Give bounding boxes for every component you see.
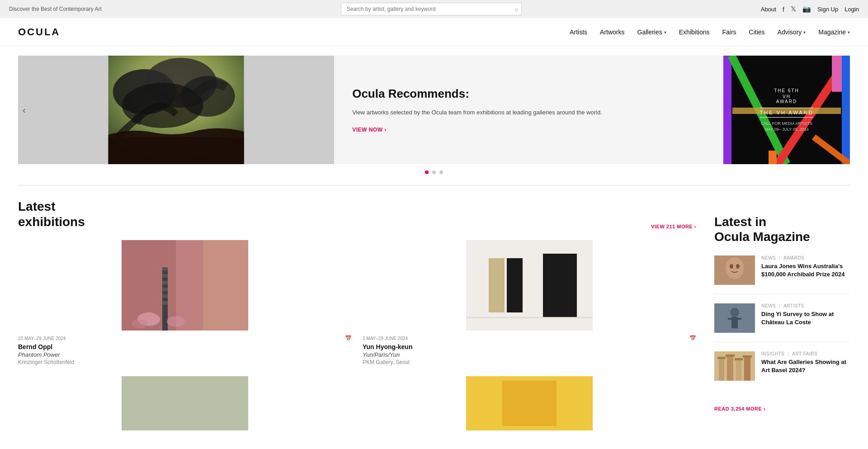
painting-artwork — [18, 56, 334, 164]
vh-the-6th: THE 6TH — [760, 88, 814, 93]
magazine-item-1[interactable]: NEWS | AWARDS Laura Jones Wins Australia… — [714, 255, 850, 294]
dot-2[interactable] — [432, 170, 436, 174]
nav-exhibitions[interactable]: Exhibitions — [679, 28, 710, 36]
vh-dates: MAY 09– JULY 05, 2024 — [760, 127, 814, 132]
bottom-cards — [18, 376, 696, 430]
vh-vh: VH — [760, 94, 814, 99]
svg-rect-23 — [162, 301, 168, 305]
svg-rect-29 — [507, 258, 523, 312]
dot-1[interactable] — [425, 170, 429, 174]
svg-rect-20 — [162, 281, 168, 284]
card-show-1: Phantom Power — [18, 351, 352, 358]
svg-rect-52 — [735, 358, 743, 360]
mag-thumb-2 — [714, 303, 755, 333]
slide-cta-link[interactable]: VIEW NOW › — [352, 127, 705, 133]
nav-fairs[interactable]: Fairs — [722, 28, 736, 36]
card-artist-2: Yun Hyong-keun — [363, 343, 696, 350]
svg-rect-6 — [723, 56, 731, 164]
svg-point-25 — [167, 316, 185, 327]
svg-rect-11 — [832, 56, 842, 92]
about-link[interactable]: About — [761, 6, 776, 13]
read-more-link[interactable]: READ 3,254 MORE › — [714, 406, 765, 411]
card-image-2 — [363, 240, 696, 331]
exhibitions-section: Latest exhibitions VIEW 211 MORE › — [18, 199, 696, 430]
nav-galleries[interactable]: Galleries ▾ — [637, 28, 666, 36]
vh-award-banner[interactable]: THE 6TH VH AWARD THE VH AWARD CALL FOR M… — [723, 56, 850, 164]
svg-rect-48 — [736, 359, 741, 381]
mag-headline-3: What Are Galleries Showing at Art Basel … — [761, 358, 850, 374]
svg-rect-44 — [737, 318, 741, 320]
facebook-icon[interactable]: f — [783, 5, 784, 13]
main-content: Latest exhibitions VIEW 211 MORE › — [0, 199, 868, 430]
svg-rect-53 — [743, 355, 752, 358]
view-more-exhibitions-link[interactable]: VIEW 211 MORE › — [651, 224, 696, 229]
calendar-icon-2: 📅 — [689, 335, 696, 341]
card-artwork-2 — [363, 240, 696, 331]
logo[interactable]: OCULA — [18, 26, 60, 38]
svg-rect-33 — [122, 376, 248, 430]
mag-tags-1: NEWS | AWARDS — [761, 255, 850, 260]
mag-content-2: NEWS | ARTISTS Ding Yi Survey to Show at… — [761, 303, 850, 333]
mag-headline-2: Ding Yi Survey to Show at Château La Cos… — [761, 310, 850, 326]
card-dates-2: 2 MAY–29 JUNE 2024 📅 — [363, 335, 696, 341]
svg-point-37 — [726, 257, 744, 279]
exhibitions-title: Latest exhibitions — [18, 199, 85, 229]
mag-headline-1: Laura Jones Wins Australia's $100,000 Ar… — [761, 262, 850, 279]
slide-description: View artworks selected by the Ocula team… — [352, 108, 705, 118]
svg-rect-10 — [769, 151, 777, 164]
mag-thumb-img-3 — [714, 351, 755, 381]
svg-rect-21 — [162, 288, 168, 291]
svg-rect-28 — [489, 258, 505, 312]
login-link[interactable]: Login — [844, 6, 859, 13]
slide-text: Ocula Recommends: View artworks selected… — [334, 56, 723, 164]
svg-rect-43 — [728, 318, 732, 320]
nav-artworks[interactable]: Artworks — [600, 28, 624, 36]
exhibition-card-1[interactable]: 23 MAY–29 JUNE 2024 📅 Bernd Oppl Phantom… — [18, 240, 352, 365]
nav-magazine[interactable]: Magazine ▾ — [818, 28, 850, 36]
signup-link[interactable]: Sign Up — [817, 6, 838, 13]
mag-content-1: NEWS | AWARDS Laura Jones Wins Australia… — [761, 255, 850, 285]
svg-rect-42 — [731, 317, 738, 328]
slide-title: Ocula Recommends: — [352, 87, 705, 101]
tagline: Discover the Best of Contemporary Art — [9, 6, 102, 12]
twitter-icon[interactable]: 𝕏 — [791, 5, 796, 13]
main-nav: OCULA Artists Artworks Galleries ▾ Exhib… — [0, 18, 868, 47]
svg-rect-22 — [162, 294, 168, 298]
card-show-2: Yun/Paris/Yun — [363, 351, 696, 358]
slider-dots — [18, 170, 850, 174]
card-gallery-1: Krinzinger Schottenfeld — [18, 359, 352, 365]
svg-line-12 — [814, 137, 850, 164]
slide-1: Ocula Recommends: View artworks selected… — [18, 56, 850, 164]
instagram-icon[interactable]: 📷 — [802, 5, 811, 13]
next-slide-button[interactable]: › — [838, 100, 850, 120]
card-dates-1: 23 MAY–29 JUNE 2024 📅 — [18, 335, 352, 341]
exhibition-card-2[interactable]: 2 MAY–29 JUNE 2024 📅 Yun Hyong-keun Yun/… — [363, 240, 696, 365]
card-artist-1: Bernd Oppl — [18, 343, 352, 350]
mag-thumb-img-1 — [714, 255, 755, 285]
magazine-title: Latest in Ocula Magazine — [714, 199, 850, 245]
top-bar-actions: About f 𝕏 📷 Sign Up Login — [761, 5, 859, 13]
dot-3[interactable] — [439, 170, 443, 174]
svg-rect-46 — [719, 358, 724, 381]
search-input[interactable] — [341, 3, 522, 15]
search-bar[interactable]: ⌕ — [341, 3, 522, 15]
magazine-section: Latest in Ocula Magazine NEWS | AWARDS — [714, 199, 850, 430]
svg-rect-51 — [726, 354, 735, 357]
nav-advisory[interactable]: Advisory ▾ — [778, 28, 806, 36]
svg-rect-31 — [466, 317, 593, 318]
prev-slide-button[interactable]: ‹ — [18, 100, 30, 120]
vh-award-label: AWARD — [760, 99, 814, 104]
hero-slider-section: ‹ — [0, 56, 868, 174]
svg-rect-16 — [203, 240, 248, 331]
nav-artists[interactable]: Artists — [570, 28, 587, 36]
nav-cities[interactable]: Cities — [749, 28, 765, 36]
magazine-item-2[interactable]: NEWS | ARTISTS Ding Yi Survey to Show at… — [714, 303, 850, 342]
card-gallery-2: PKM Gallery, Seoul — [363, 359, 696, 365]
exhibitions-grid: 23 MAY–29 JUNE 2024 📅 Bernd Oppl Phantom… — [18, 240, 696, 365]
svg-rect-35 — [502, 381, 557, 426]
advisory-chevron-icon: ▾ — [803, 30, 806, 35]
section-divider — [18, 185, 850, 185]
magazine-item-3[interactable]: INSIGHTS | ART FAIRS What Are Galleries … — [714, 351, 850, 390]
mag-thumb-img-2 — [714, 303, 755, 333]
mag-thumb-3 — [714, 351, 755, 381]
